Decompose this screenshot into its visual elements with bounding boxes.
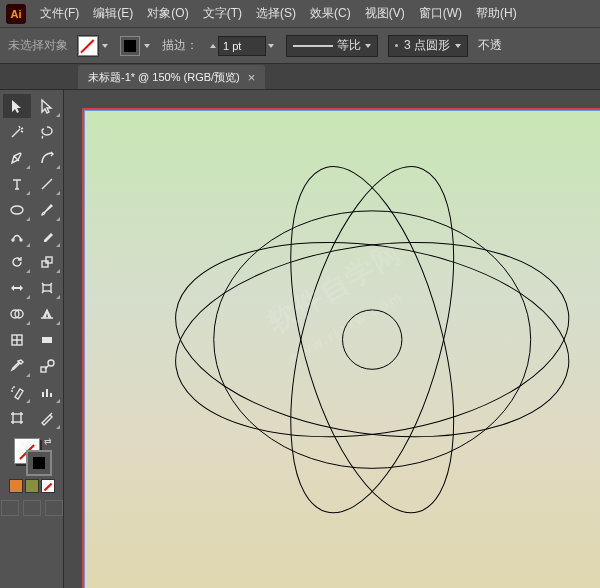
svg-rect-4 [46,257,52,263]
brush-label: 3 点圆形 [404,37,450,54]
svg-point-0 [11,206,23,214]
mesh-tool[interactable] [3,328,31,352]
swatch-orange[interactable] [9,479,23,493]
stroke-color[interactable] [26,450,52,476]
swatch-olive[interactable] [25,479,39,493]
symbol-sprayer-tool[interactable] [3,380,31,404]
stroke-label: 描边： [162,37,198,54]
svg-rect-9 [42,337,52,343]
swatch-none[interactable] [41,479,55,493]
menu-window[interactable]: 窗口(W) [419,5,462,22]
blend-tool[interactable] [33,354,61,378]
chevron-down-icon [365,44,371,48]
menu-view[interactable]: 视图(V) [365,5,405,22]
direct-selection-tool[interactable] [33,94,61,118]
shape-builder-tool[interactable] [3,302,31,326]
document-tab-bar: 未标题-1* @ 150% (RGB/预览) × [0,64,600,90]
stroke-dropdown[interactable] [142,36,152,56]
svg-rect-12 [13,414,21,422]
column-graph-tool[interactable] [33,380,61,404]
fill-swatch[interactable] [78,36,98,56]
svg-point-18 [343,310,402,369]
magic-wand-tool[interactable] [3,120,31,144]
menu-bar: Ai 文件(F) 编辑(E) 对象(O) 文字(T) 选择(S) 效果(C) 视… [0,0,600,28]
draw-normal-mode[interactable] [1,500,19,516]
svg-rect-3 [42,261,48,267]
menu-type[interactable]: 文字(T) [203,5,242,22]
svg-rect-10 [41,367,46,372]
free-transform-tool[interactable] [33,276,61,300]
brush-preview-icon: 3 点圆形 [395,37,450,54]
swap-fill-stroke-icon[interactable]: ⇄ [44,436,52,446]
chevron-up-icon [210,44,216,48]
draw-inside-mode[interactable] [45,500,63,516]
stroke-profile-label: 等比 [337,37,361,54]
brush-definition-dropdown[interactable]: 3 点圆形 [388,35,468,57]
close-icon[interactable]: × [248,70,256,85]
stroke-profile-preview [293,45,333,47]
chevron-down-icon [144,44,150,48]
document-tab-title: 未标题-1* @ 150% (RGB/预览) [88,70,240,85]
no-selection-label: 未选择对象 [8,37,68,54]
stroke-swatch[interactable] [120,36,140,56]
pen-tool[interactable] [3,146,31,170]
document-tab[interactable]: 未标题-1* @ 150% (RGB/预览) × [78,65,265,89]
workspace: ⇄ 软件自学网www.rjzxw.com [0,90,600,588]
color-swatches [9,479,55,493]
menu-edit[interactable]: 编辑(E) [93,5,133,22]
fill-dropdown[interactable] [100,36,110,56]
chevron-down-icon [455,44,461,48]
stroke-increment[interactable] [266,36,276,56]
line-segment-tool[interactable] [33,172,61,196]
chevron-down-icon [268,44,274,48]
artwork [85,111,600,588]
menu-file[interactable]: 文件(F) [40,5,79,22]
curvature-tool[interactable] [33,146,61,170]
menu-help[interactable]: 帮助(H) [476,5,517,22]
eyedropper-tool[interactable] [3,354,31,378]
artboard-tool[interactable] [3,406,31,430]
menu-effect[interactable]: 效果(C) [310,5,351,22]
draw-behind-mode[interactable] [23,500,41,516]
stroke-profile-dropdown[interactable]: 等比 [286,35,378,57]
shaper-tool[interactable] [3,224,31,248]
rotate-tool[interactable] [3,250,31,274]
toolbox: ⇄ [0,90,64,588]
stroke-weight-input[interactable] [218,36,266,56]
gradient-tool[interactable] [33,328,61,352]
type-tool[interactable] [3,172,31,196]
width-tool[interactable] [3,276,31,300]
app-icon: Ai [6,4,26,24]
stroke-decrement[interactable] [208,36,218,56]
menu-select[interactable]: 选择(S) [256,5,296,22]
lasso-tool[interactable] [33,120,61,144]
fill-stroke-control[interactable]: ⇄ [10,436,54,476]
options-bar: 未选择对象 描边： 等比 3 点圆形 不透 [0,28,600,64]
artboard[interactable]: 软件自学网www.rjzxw.com [84,110,600,588]
svg-rect-5 [43,285,51,291]
svg-point-14 [259,149,485,529]
svg-point-15 [163,219,581,460]
ellipse-tool[interactable] [3,198,31,222]
perspective-grid-tool[interactable] [33,302,61,326]
eraser-tool[interactable] [33,224,61,248]
opacity-label: 不透 [478,37,502,54]
selection-tool[interactable] [3,94,31,118]
svg-point-13 [259,149,485,529]
chevron-down-icon [102,44,108,48]
slice-tool[interactable] [33,406,61,430]
paintbrush-tool[interactable] [33,198,61,222]
canvas-area[interactable]: 软件自学网www.rjzxw.com [64,90,600,588]
scale-tool[interactable] [33,250,61,274]
svg-point-16 [163,219,581,460]
menu-object[interactable]: 对象(O) [147,5,188,22]
